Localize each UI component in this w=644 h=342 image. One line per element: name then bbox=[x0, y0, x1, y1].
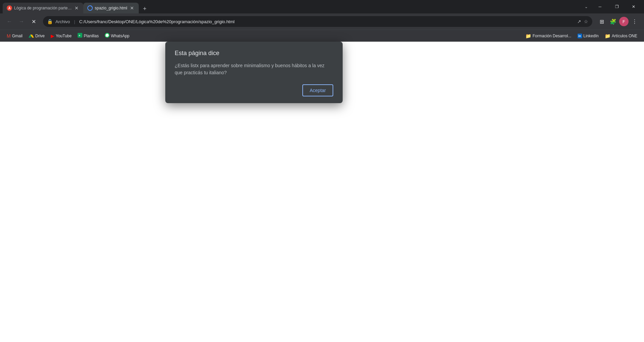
minimize-button[interactable]: ─ bbox=[592, 1, 608, 12]
bookmarks-bar: M Gmail Drive ▶ YouTube + Planillas What… bbox=[0, 30, 644, 42]
titlebar: A Lógica de programación parte 1: ✕ spaz… bbox=[0, 0, 644, 13]
bookmark-formacion-label: Formación Desarrol... bbox=[532, 34, 571, 38]
tab2-favicon bbox=[87, 5, 93, 11]
bookmark-drive-label: Drive bbox=[35, 34, 45, 38]
menu-icon[interactable]: ⋮ bbox=[629, 16, 640, 27]
accept-button[interactable]: Aceptar bbox=[302, 84, 333, 96]
close-button[interactable]: ✕ bbox=[626, 1, 641, 12]
tab1-favicon: A bbox=[7, 5, 12, 11]
dialog-buttons: Aceptar bbox=[175, 84, 333, 96]
bookmark-whatsapp-label: WhatsApp bbox=[111, 34, 129, 38]
formacion-folder-icon: 📁 bbox=[525, 33, 531, 39]
address-url: C:/Users/franc/Desktop/ONE/Lógica%20de%2… bbox=[79, 19, 574, 24]
archivo-label: Archivo bbox=[55, 19, 70, 24]
bookmark-linkedin[interactable]: in LinkedIn bbox=[575, 32, 601, 40]
share-icon[interactable]: ↗ bbox=[577, 19, 581, 24]
page-content: Esta página dice ¿Estás listx para apren… bbox=[0, 42, 644, 342]
bookmark-youtube-label: YouTube bbox=[56, 34, 72, 38]
window-controls: ⌄ ─ ❐ ✕ bbox=[582, 1, 641, 12]
drive-icon bbox=[29, 33, 34, 39]
navbar: ← → ✕ 🔒 Archivo | C:/Users/franc/Desktop… bbox=[0, 13, 644, 30]
bookmark-icon[interactable]: ☆ bbox=[584, 19, 588, 24]
gmail-icon: M bbox=[7, 33, 11, 39]
bookmark-gmail-label: Gmail bbox=[12, 34, 23, 38]
lock-icon: 🔒 bbox=[47, 19, 53, 24]
bookmark-whatsapp[interactable]: WhatsApp bbox=[102, 32, 132, 40]
articulos-folder-icon: 📁 bbox=[605, 33, 610, 39]
tabs-container: A Lógica de programación parte 1: ✕ spaz… bbox=[3, 0, 582, 13]
reload-button[interactable]: ✕ bbox=[28, 16, 39, 27]
extensions-icon[interactable]: 🧩 bbox=[608, 16, 618, 27]
bookmark-articulos-label: Artículos ONE bbox=[612, 34, 637, 38]
tab2-close-button[interactable]: ✕ bbox=[129, 5, 135, 11]
bookmark-formacion[interactable]: 📁 Formación Desarrol... bbox=[523, 32, 574, 40]
dialog-title: Esta página dice bbox=[175, 50, 333, 57]
dialog: Esta página dice ¿Estás listx para apren… bbox=[165, 42, 343, 103]
back-button[interactable]: ← bbox=[4, 16, 15, 27]
whatsapp-icon bbox=[105, 33, 110, 39]
youtube-icon: ▶ bbox=[51, 33, 54, 39]
tab-1[interactable]: A Lógica de programación parte 1: ✕ bbox=[3, 3, 83, 13]
new-tab-button[interactable]: + bbox=[140, 4, 149, 13]
tab2-title: spazio_grigio.html bbox=[95, 6, 127, 10]
forward-button[interactable]: → bbox=[16, 16, 27, 27]
bookmark-gmail[interactable]: M Gmail bbox=[4, 32, 25, 40]
tab-search-icon[interactable]: ⊞ bbox=[596, 16, 607, 27]
bookmark-planillas[interactable]: + Planillas bbox=[75, 32, 101, 40]
address-separator: | bbox=[74, 19, 75, 24]
toolbar-icons: ⊞ 🧩 F ⋮ bbox=[596, 16, 640, 27]
dialog-message: ¿Estás listx para aprender sobre minimal… bbox=[175, 62, 333, 76]
bookmark-linkedin-label: LinkedIn bbox=[584, 34, 599, 38]
address-bar[interactable]: 🔒 Archivo | C:/Users/franc/Desktop/ONE/L… bbox=[43, 16, 592, 27]
tabs-search-button[interactable]: ⌄ bbox=[582, 1, 591, 12]
restore-button[interactable]: ❐ bbox=[609, 1, 625, 12]
bookmark-planillas-label: Planillas bbox=[84, 34, 99, 38]
bookmark-drive[interactable]: Drive bbox=[26, 32, 47, 40]
dialog-overlay: Esta página dice ¿Estás listx para apren… bbox=[0, 42, 644, 342]
address-actions: ↗ ☆ bbox=[577, 19, 588, 24]
linkedin-icon: in bbox=[577, 34, 582, 38]
planillas-icon: + bbox=[78, 33, 82, 39]
bookmark-youtube[interactable]: ▶ YouTube bbox=[48, 32, 74, 40]
bookmark-articulos[interactable]: 📁 Artículos ONE bbox=[602, 32, 640, 40]
svg-text:+: + bbox=[79, 34, 80, 37]
tab-2[interactable]: spazio_grigio.html ✕ bbox=[83, 3, 139, 13]
tab1-title: Lógica de programación parte 1: bbox=[14, 6, 72, 10]
tab1-close-button[interactable]: ✕ bbox=[74, 5, 79, 11]
avatar[interactable]: F bbox=[619, 17, 629, 26]
